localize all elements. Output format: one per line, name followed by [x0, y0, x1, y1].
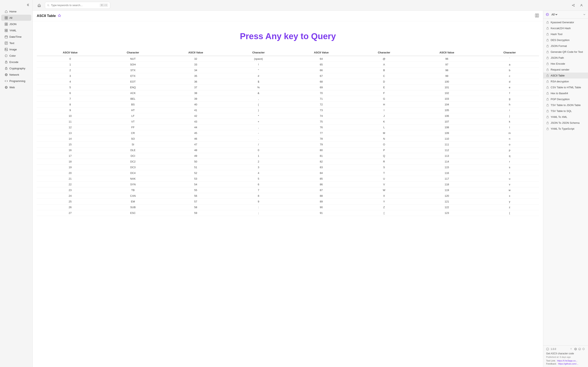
svg-rect-49	[547, 46, 549, 47]
sidebar-item-web[interactable]: Web	[1, 84, 31, 90]
table-cell: F	[355, 90, 414, 96]
sidebar-label-programming: Programming	[9, 80, 25, 83]
home-button[interactable]	[36, 2, 43, 8]
feedback-link[interactable]: https://github.com/...	[558, 363, 578, 365]
table-cell: S	[355, 165, 414, 170]
programming-icon	[4, 79, 8, 83]
svg-rect-1	[6, 16, 8, 17]
tool-icon	[546, 80, 549, 83]
search-input[interactable]	[51, 4, 98, 7]
table-cell: s	[480, 165, 539, 170]
table-cell: 27	[37, 210, 104, 216]
table-cell: 86	[288, 182, 355, 187]
table-row: 22SYN54686V118v	[37, 182, 539, 187]
table-cell: ,	[229, 125, 288, 130]
svg-rect-50	[547, 52, 549, 53]
sidebar-label-cryptography: Cryptography	[9, 67, 25, 70]
sidebar-label-json: JSON	[9, 23, 17, 26]
panel-filter-select[interactable]: All	[551, 13, 558, 16]
font-icon[interactable]: T	[570, 348, 573, 350]
table-cell: +	[229, 119, 288, 125]
table-cell: -	[229, 130, 288, 136]
expand-icon[interactable]	[582, 348, 585, 350]
collapse-button[interactable]	[0, 2, 33, 8]
table-cell: 84	[288, 170, 355, 176]
table-cell: W	[355, 187, 414, 193]
panel-item-label-request-sender: Request sender	[551, 68, 570, 71]
svg-point-70	[579, 348, 581, 350]
panel-item-json-schema[interactable]: JSON To JSON Schema	[543, 120, 588, 126]
panel-item-yaml-ts[interactable]: YAML To TypeScript	[543, 126, 588, 132]
sidebar-item-text[interactable]: Text	[1, 40, 31, 46]
sidebar-item-network[interactable]: Network	[1, 72, 31, 78]
table-row: 11VT43+75K107k	[37, 119, 539, 125]
panel-item-tsv-sql[interactable]: TSV Table to SQL	[543, 108, 588, 114]
text-icon	[4, 42, 8, 45]
table-cell: 113	[414, 153, 480, 159]
table-cell: 97	[414, 62, 480, 67]
table-cell: ETX	[104, 73, 162, 79]
sidebar-item-all[interactable]: All	[1, 15, 31, 21]
table-cell: (	[229, 102, 288, 108]
panel-item-json-format[interactable]: JSON Format	[543, 43, 588, 49]
panel-item-keccak[interactable]: Keccak224 Hash	[543, 25, 588, 31]
table-cell: $	[229, 79, 288, 85]
panel-item-label-ascii-table: ASCII Table	[551, 74, 564, 77]
sidebar-label-image: Image	[9, 48, 17, 51]
check-icon[interactable]	[578, 348, 581, 350]
table-row: 7BEL39,71G103g	[37, 96, 539, 102]
svg-line-39	[573, 5, 574, 6]
table-cell: t	[480, 170, 539, 176]
yaml-icon	[4, 29, 8, 32]
panel-item-yaml-xml[interactable]: YAML To XML	[543, 114, 588, 120]
table-row: 19DC351383S115s	[37, 165, 539, 170]
sidebar-item-encode[interactable]: Encode	[1, 59, 31, 65]
favorite-button[interactable]	[58, 14, 61, 18]
sidebar-item-programming[interactable]: Programming	[1, 78, 31, 84]
filter-icon	[546, 13, 549, 16]
share-button[interactable]	[570, 2, 577, 8]
panel-item-label-tsv-sql: TSV Table to SQL	[551, 109, 572, 113]
panel-item-label-json-schema: JSON To JSON Schema	[551, 121, 579, 124]
sidebar-item-datetime[interactable]: Date/Time	[1, 34, 31, 40]
table-row: 27ESC59;91[123{	[37, 210, 539, 216]
table-cell: L	[355, 125, 414, 130]
panel-item-json-path[interactable]: JSON Path	[543, 55, 588, 61]
globe-icon[interactable]	[574, 348, 577, 350]
panel-item-kpasswd[interactable]: Kpasswd Generator	[543, 19, 588, 25]
panel-item-csv-html[interactable]: CSV Table to HTML Table	[543, 84, 588, 90]
table-cell: 1	[37, 62, 104, 67]
panel-item-des[interactable]: DES Decryption	[543, 37, 588, 43]
panel-item-qr[interactable]: Generate QR Code for Text	[543, 49, 588, 55]
tool-link[interactable]: https://t.he3app.co...	[557, 359, 578, 362]
web-icon	[4, 86, 8, 89]
table-cell: H	[355, 102, 414, 108]
sidebar-item-cryptography[interactable]: Cryptography	[1, 65, 31, 71]
table-cell: 83	[288, 165, 355, 170]
tool-icon	[546, 92, 549, 95]
panel-item-label-kpasswd: Kpasswd Generator	[551, 21, 574, 24]
sidebar-item-home[interactable]: Home	[1, 8, 31, 15]
sidebar-item-json[interactable]: JSON	[1, 21, 31, 27]
sidebar-item-image[interactable]: Image	[1, 46, 31, 52]
panel-item-hash[interactable]: Hash Tool	[543, 31, 588, 37]
panel-item-rsa[interactable]: RSA decryption	[543, 78, 588, 84]
footer-icons: T	[570, 348, 585, 350]
sidebar-item-color[interactable]: Color	[1, 53, 31, 59]
panel-item-tsv-json[interactable]: TSV Table to JSON Table	[543, 102, 588, 108]
panel-item-hex-base64[interactable]: Hex to Base64	[543, 90, 588, 96]
panel-item-label-des: DES Decryption	[551, 39, 570, 42]
account-button[interactable]	[578, 2, 585, 8]
table-cell: Q	[355, 153, 414, 159]
layout-toggle-button[interactable]	[535, 13, 539, 18]
table-cell: 36	[162, 79, 229, 85]
panel-item-pgp[interactable]: PGP Decryption	[543, 96, 588, 102]
panel-item-request-sender[interactable]: Request sender	[543, 67, 588, 73]
sidebar-item-yaml[interactable]: YAML	[1, 27, 31, 33]
panel-item-hex-encode[interactable]: Hex Encode	[543, 61, 588, 67]
table-cell: 12	[37, 125, 104, 130]
svg-rect-2	[5, 18, 6, 19]
panel-item-ascii-table[interactable]: ASCII Table	[543, 73, 588, 78]
table-cell: VT	[104, 119, 162, 125]
search-bar[interactable]: ⌘ + K	[45, 2, 110, 9]
